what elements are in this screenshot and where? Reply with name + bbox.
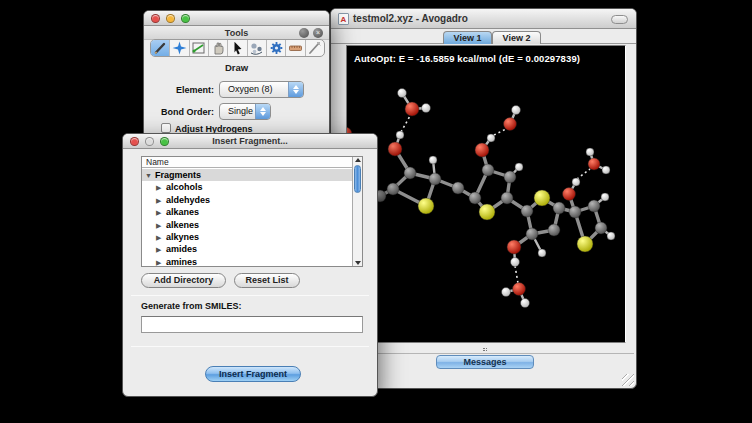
fragment-tree-list[interactable]: Name ▼ Fragments ▶alcohols ▶aldehydes ▶a… xyxy=(141,156,363,267)
bond-centric-tool-button[interactable] xyxy=(190,40,209,56)
tree-item-amides[interactable]: ▶amides xyxy=(142,243,352,255)
smiles-label: Generate from SMILES: xyxy=(141,301,242,311)
main-window-title: testmol2.xyz - Avogadro xyxy=(353,13,636,24)
tree-item-label: aldehydes xyxy=(166,194,210,206)
tree-item-alkanes[interactable]: ▶alkanes xyxy=(142,206,352,218)
gear-icon xyxy=(269,41,284,55)
tree-item-amines[interactable]: ▶amines xyxy=(142,256,352,266)
tab-view-2[interactable]: View 2 xyxy=(492,31,541,44)
tree-item-fragments[interactable]: ▼ Fragments xyxy=(142,169,352,181)
stepper-arrows-icon xyxy=(255,104,270,119)
collapsed-triangle-icon[interactable]: ▶ xyxy=(156,244,161,256)
navigate-star-icon xyxy=(172,41,187,55)
tree-item-label: amides xyxy=(166,243,197,255)
draw-pencil-icon xyxy=(153,41,168,55)
bond-centric-icon xyxy=(191,41,206,55)
fragment-title-bar[interactable]: Insert Fragment... xyxy=(123,134,377,149)
dock-float-icon[interactable] xyxy=(299,28,309,38)
insert-fragment-dialog: Insert Fragment... Name ▼ Fragments ▶alc… xyxy=(122,133,378,397)
scroll-up-icon[interactable] xyxy=(355,158,361,162)
fragment-dialog-title: Insert Fragment... xyxy=(123,136,377,146)
align-wand-icon xyxy=(307,41,322,55)
collapsed-triangle-icon[interactable]: ▶ xyxy=(156,220,161,232)
tab-view-1[interactable]: View 1 xyxy=(443,31,492,44)
active-tool-name: Draw xyxy=(144,62,329,73)
desktop: A testmol2.xyz - Avogadro View 1 View 2 xyxy=(0,0,752,423)
reset-list-button[interactable]: Reset List xyxy=(234,273,300,288)
navigate-tool-button[interactable] xyxy=(170,40,189,56)
adjust-hydrogens-checkbox[interactable] xyxy=(161,123,171,133)
close-traffic-light[interactable] xyxy=(151,14,160,23)
tree-item-label: alkenes xyxy=(166,219,199,231)
tree-item-aldehydes[interactable]: ▶aldehydes xyxy=(142,194,352,206)
tree-item-label: amines xyxy=(166,256,197,266)
collapsed-triangle-icon[interactable]: ▶ xyxy=(156,182,161,194)
tree-item-label: Fragments xyxy=(155,169,201,181)
messages-button[interactable]: Messages xyxy=(436,355,534,369)
tools-dock-header[interactable]: Tools × xyxy=(144,26,329,40)
tree-item-label: alkynes xyxy=(166,231,199,243)
hand-icon xyxy=(211,41,226,55)
element-label: Element: xyxy=(162,85,214,95)
element-dropdown[interactable]: Oxygen (8) xyxy=(219,81,304,98)
autoopt-status-text: AutoOpt: E = -16.5859 kcal/mol (dE = 0.0… xyxy=(354,53,580,64)
element-value: Oxygen (8) xyxy=(228,84,273,94)
list-scrollbar[interactable] xyxy=(352,157,362,266)
tree-item-alcohols[interactable]: ▶alcohols xyxy=(142,181,352,193)
tools-title-bar[interactable] xyxy=(144,11,329,26)
collapsed-triangle-icon[interactable]: ▶ xyxy=(156,257,161,266)
main-title-bar[interactable]: A testmol2.xyz - Avogadro xyxy=(331,9,636,29)
collapsed-triangle-icon[interactable]: ▶ xyxy=(156,195,161,207)
auto-rotate-icon xyxy=(249,41,264,55)
collapsed-triangle-icon[interactable]: ▶ xyxy=(156,207,161,219)
insert-fragment-button[interactable]: Insert Fragment xyxy=(205,366,301,382)
auto-rotate-tool-button[interactable] xyxy=(248,40,267,56)
measure-tool-button[interactable] xyxy=(286,40,305,56)
bond-order-dropdown[interactable]: Single xyxy=(219,103,271,120)
manipulate-tool-button[interactable] xyxy=(209,40,228,56)
document-icon: A xyxy=(338,13,349,25)
section-divider xyxy=(131,346,369,347)
messages-divider xyxy=(333,353,634,354)
tree-item-alkynes[interactable]: ▶alkynes xyxy=(142,231,352,243)
dock-close-icon[interactable]: × xyxy=(313,28,323,38)
select-tool-button[interactable] xyxy=(228,40,247,56)
view-tab-bar: View 1 View 2 xyxy=(331,29,636,44)
tool-selector-bar xyxy=(150,39,325,57)
cursor-arrow-icon xyxy=(230,41,245,55)
minimize-traffic-light[interactable] xyxy=(166,14,175,23)
expanded-triangle-icon[interactable]: ▼ xyxy=(145,170,152,182)
add-directory-button[interactable]: Add Directory xyxy=(141,273,226,288)
tree-item-alkenes[interactable]: ▶alkenes xyxy=(142,219,352,231)
molecule-viewport[interactable]: AutoOpt: E = -16.5859 kcal/mol (dE = 0.0… xyxy=(346,45,626,343)
list-column-header[interactable]: Name xyxy=(142,157,352,168)
tree-item-label: alcohols xyxy=(166,181,203,193)
collapsed-triangle-icon[interactable]: ▶ xyxy=(156,232,161,244)
bond-order-value: Single xyxy=(228,106,253,116)
toolbar-lozenge-button[interactable] xyxy=(611,15,628,24)
section-divider xyxy=(131,295,369,296)
zoom-traffic-light[interactable] xyxy=(181,14,190,23)
align-tool-button[interactable] xyxy=(306,40,324,56)
draw-tool-button[interactable] xyxy=(151,40,170,56)
stepper-arrows-icon xyxy=(288,82,303,97)
resize-grip[interactable] xyxy=(622,374,634,386)
molecule-3d-render xyxy=(347,46,625,342)
ruler-icon xyxy=(288,41,303,55)
smiles-input[interactable] xyxy=(141,316,363,333)
bond-order-label: Bond Order: xyxy=(147,107,214,117)
auto-optimize-tool-button[interactable] xyxy=(267,40,286,56)
tree-item-label: alkanes xyxy=(166,206,199,218)
scrollbar-thumb[interactable] xyxy=(354,165,361,193)
scroll-down-icon[interactable] xyxy=(355,261,361,265)
splitter-handle[interactable] xyxy=(483,348,487,351)
